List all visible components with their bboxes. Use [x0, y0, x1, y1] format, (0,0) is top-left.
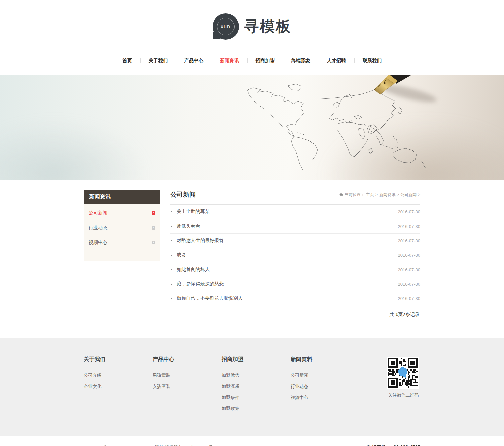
news-date: 2016-07-30: [398, 238, 421, 243]
nav-item-careers[interactable]: 人才招聘: [319, 57, 354, 64]
site-header: xun 寻模板: [0, 0, 504, 53]
footer-col-products: 产品中心 男孩童装 女孩童装: [153, 356, 222, 417]
nav-item-home[interactable]: 首页: [114, 57, 140, 64]
news-sidebar: 新闻资讯 公司新闻 › 行业动态 › 视频中心 ›: [84, 190, 160, 261]
nav-item-about[interactable]: 关于我们: [140, 57, 176, 64]
news-date: 2016-07-30: [398, 267, 421, 272]
news-link[interactable]: 戒贪: [177, 252, 398, 258]
news-link[interactable]: 关上尘世的耳朵: [177, 209, 398, 215]
banner-image: [0, 75, 504, 180]
home-icon: [339, 193, 343, 197]
news-list: 关上尘世的耳朵 2016-07-30 常低头看看 2016-07-30 对豁达人…: [170, 205, 420, 306]
news-date: 2016-07-30: [398, 209, 421, 214]
news-section: 公司新闻 当前位置： 主页 > 新闻资讯 > 公司新闻 > 关上: [170, 190, 420, 338]
nav-item-join[interactable]: 招商加盟: [247, 57, 283, 64]
arrow-right-icon: ›: [152, 211, 155, 215]
footer-link[interactable]: 女孩童装: [153, 383, 222, 390]
breadcrumb-section[interactable]: 新闻资讯: [379, 192, 395, 198]
nav-item-contact[interactable]: 联系我们: [354, 57, 390, 64]
sidebar-item-video-center[interactable]: 视频中心 ›: [88, 235, 155, 250]
news-row: 做你自己，不要刻意去取悦别人 2016-07-30: [170, 291, 420, 306]
arrow-right-icon: ›: [152, 241, 155, 244]
footer-link[interactable]: 公司介绍: [84, 372, 153, 378]
news-row: 戒贪 2016-07-30: [170, 248, 420, 262]
footer-col-about: 关于我们 公司介绍 企业文化: [84, 356, 153, 417]
footer-link[interactable]: 企业文化: [84, 383, 153, 390]
footer-link[interactable]: 行业动态: [291, 383, 360, 390]
breadcrumb-home[interactable]: 主页: [366, 192, 374, 198]
main-content: 新闻资讯 公司新闻 › 行业动态 › 视频中心 › 公司新闻: [0, 180, 504, 338]
main-nav: 首页 关于我们 产品中心 新闻资讯 招商加盟 终端形象 人才招聘 联系我们: [0, 53, 504, 68]
footer-col-news: 新闻资料 公司新闻 行业动态 视频中心: [291, 356, 360, 417]
logo-bubble-icon: xun: [213, 13, 239, 40]
footer-link[interactable]: 加盟条件: [222, 395, 291, 401]
nav-item-stores[interactable]: 终端形象: [283, 57, 319, 64]
footer-link[interactable]: 加盟流程: [222, 383, 291, 390]
news-link[interactable]: 对豁达人生的最好报答: [177, 238, 398, 244]
bullet-icon: [171, 298, 172, 299]
sidebar-item-company-news[interactable]: 公司新闻 ›: [88, 206, 155, 220]
bullet-icon: [171, 255, 172, 256]
footer-link[interactable]: 男孩童装: [153, 372, 222, 378]
copyright-bar: Copyright © 2014-2016 DEDECMS. 织梦 版权所有 I…: [0, 436, 504, 446]
footer-col-join: 招商加盟 加盟优势 加盟流程 加盟条件 加盟政策: [222, 356, 291, 417]
news-date: 2016-07-30: [398, 224, 421, 229]
pagination-summary: 共 1页7条记录: [170, 306, 420, 338]
copyright-text: Copyright © 2014-2016 DEDECMS. 织梦 版权所有 I…: [84, 444, 213, 446]
footer-link[interactable]: 加盟政策: [222, 406, 291, 412]
news-link[interactable]: 如此善良的坏人: [177, 267, 398, 273]
news-link[interactable]: 做你自己，不要刻意去取悦别人: [177, 295, 398, 301]
wechat-qr-code: [387, 357, 419, 389]
breadcrumb-current[interactable]: 公司新闻: [400, 192, 417, 198]
sidebar-item-industry-news[interactable]: 行业动态 ›: [88, 220, 155, 235]
bullet-icon: [171, 226, 172, 227]
bullet-icon: [171, 269, 172, 270]
news-row: 关上尘世的耳朵 2016-07-30: [170, 205, 420, 219]
news-link[interactable]: 常低头看看: [177, 223, 398, 229]
news-row: 如此善良的坏人 2016-07-30: [170, 262, 420, 277]
footer-link[interactable]: 加盟优势: [222, 372, 291, 378]
nav-item-products[interactable]: 产品中心: [176, 57, 212, 64]
news-date: 2016-07-30: [398, 296, 421, 301]
logo-badge-text: xun: [217, 18, 235, 35]
footer-qr-block: 关注微信二维码: [387, 356, 420, 417]
breadcrumb-label: 当前位置：: [345, 192, 365, 198]
logo[interactable]: xun 寻模板: [213, 13, 292, 40]
arrow-right-icon: ›: [152, 226, 155, 230]
news-row: 对豁达人生的最好报答 2016-07-30: [170, 234, 420, 248]
site-title: 寻模板: [244, 16, 292, 36]
news-link[interactable]: 藏，是懂得最深的慈悲: [177, 281, 398, 287]
bullet-icon: [171, 211, 172, 212]
page-title: 公司新闻: [170, 190, 196, 199]
world-map-illustration: [0, 75, 504, 180]
footer-link[interactable]: 公司新闻: [291, 372, 360, 378]
hotline-phone: 热线电话：+86-123-4567: [367, 444, 420, 446]
breadcrumb: 当前位置： 主页 > 新闻资讯 > 公司新闻 >: [339, 192, 420, 198]
sidebar-title: 新闻资讯: [84, 190, 160, 204]
site-footer: 关于我们 公司介绍 企业文化 产品中心 男孩童装 女孩童装 招商加盟 加盟优势 …: [0, 338, 504, 436]
footer-link[interactable]: 视频中心: [291, 395, 360, 401]
nav-item-news[interactable]: 新闻资讯: [212, 57, 247, 64]
news-date: 2016-07-30: [398, 282, 421, 287]
news-row: 常低头看看 2016-07-30: [170, 219, 420, 234]
bullet-icon: [171, 284, 172, 285]
bullet-icon: [171, 240, 172, 241]
qr-caption: 关注微信二维码: [387, 392, 420, 398]
news-row: 藏，是懂得最深的慈悲 2016-07-30: [170, 277, 420, 291]
news-date: 2016-07-30: [398, 253, 421, 258]
